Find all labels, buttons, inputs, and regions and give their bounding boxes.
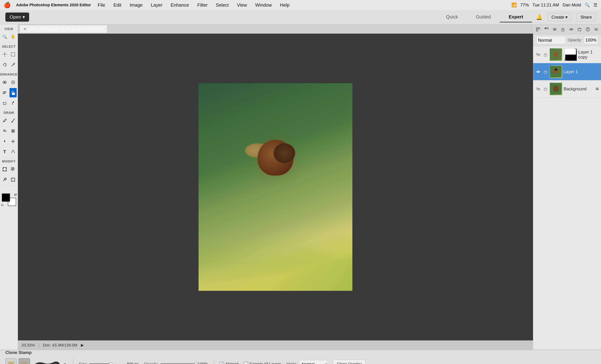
layer-item[interactable]: Layer 1 copy	[533, 46, 601, 63]
swap-colors-icon[interactable]: ⇄	[14, 193, 17, 197]
svg-rect-22	[3, 170, 4, 171]
panel-icon-2[interactable]	[543, 26, 549, 33]
size-value: 800 px	[127, 362, 139, 364]
layer-visibility-toggle[interactable]	[535, 86, 541, 92]
svg-rect-10	[12, 93, 15, 95]
panel-toolbar	[533, 24, 601, 34]
spot-healing-brush-tool[interactable]	[10, 78, 17, 87]
magic-wand-tool[interactable]	[10, 60, 17, 70]
layer-thumbnail[interactable]	[550, 48, 562, 61]
panel-trash-icon[interactable]	[577, 26, 582, 33]
menu-edit[interactable]: Edit	[112, 2, 123, 9]
panel-list-icon[interactable]	[593, 26, 599, 33]
canvas-image[interactable]	[199, 83, 352, 291]
notification-bell-icon[interactable]: 🔔	[536, 14, 542, 20]
pencil-draw-tool[interactable]	[1, 116, 8, 125]
zoom-tool[interactable]: 🔍	[1, 32, 8, 41]
menu-help[interactable]: Help	[279, 2, 291, 9]
panel-icon-1[interactable]	[535, 26, 541, 33]
reset-colors-icon[interactable]: ⊡	[1, 203, 3, 207]
status-arrow-icon[interactable]: ▶	[81, 343, 84, 348]
opacity-input[interactable]	[584, 36, 598, 44]
open-label: Open	[10, 14, 21, 20]
apple-menu[interactable]: 🍎	[4, 2, 11, 8]
sample-all-layers-group[interactable]: Sample All Layers	[244, 362, 281, 364]
hand-tool[interactable]: ✋	[10, 32, 17, 41]
clone-stamp-active-tool[interactable]	[10, 88, 17, 97]
marquee-tool[interactable]	[10, 50, 17, 59]
red-eye-tool[interactable]	[1, 175, 8, 184]
tab-quick[interactable]: Quick	[437, 12, 467, 22]
menu-filter[interactable]: Filter	[196, 2, 209, 9]
brush-preset-icon-1[interactable]	[5, 358, 17, 364]
document-tab[interactable]: ✕ _MG_4933.jpg @ 33.3% (Layer 1, RGB/8*)	[20, 25, 107, 33]
panel-help-icon[interactable]	[585, 26, 591, 33]
menu-icon[interactable]: ☰	[593, 2, 597, 8]
foreground-color-swatch[interactable]	[2, 193, 10, 202]
search-icon[interactable]: 🔍	[585, 2, 590, 8]
mode-select[interactable]: Normal	[299, 360, 328, 364]
create-chevron-icon: ▾	[565, 15, 568, 20]
svg-line-58	[536, 87, 540, 91]
menu-window[interactable]: Window	[254, 2, 273, 9]
layer-mask-thumbnail[interactable]	[564, 48, 577, 61]
open-button[interactable]: Open ▾	[5, 12, 29, 22]
svg-rect-35	[547, 28, 548, 29]
tab-expert[interactable]: Expert	[500, 12, 532, 22]
brush-stroke-preview[interactable]	[32, 360, 60, 364]
menu-enhance[interactable]: Enhance	[169, 2, 190, 9]
create-button[interactable]: Create ▾	[548, 13, 571, 21]
layer-thumbnail[interactable]	[550, 83, 562, 95]
dropper-tool[interactable]	[10, 98, 17, 108]
tab-guided[interactable]: Guided	[467, 12, 500, 22]
svg-rect-63	[8, 362, 14, 364]
aligned-checkbox-group[interactable]: ✓ Aligned	[220, 362, 239, 364]
panel-lock-icon[interactable]	[560, 26, 566, 33]
share-button[interactable]: Share	[577, 13, 596, 21]
main-toolbar: Open ▾ Quick Guided Expert 🔔 Create ▾ Sh…	[0, 10, 601, 24]
lasso-tool[interactable]	[1, 60, 8, 70]
custom-tool[interactable]	[10, 147, 17, 156]
menu-select[interactable]: Select	[214, 2, 230, 9]
layers-list: Layer 1 copy Layer 1	[533, 46, 601, 350]
eraser-tool[interactable]	[1, 98, 8, 108]
panel-icon-3[interactable]	[552, 26, 558, 33]
paint-brush-tool[interactable]	[10, 116, 17, 125]
brush-dropdown-arrow-icon[interactable]: ▾	[62, 361, 68, 364]
cross-tool[interactable]	[10, 137, 17, 146]
canvas-wrapper[interactable]	[18, 34, 533, 340]
recompose-tool[interactable]	[10, 175, 17, 184]
layer-lock-icon	[543, 69, 548, 74]
sample-all-layers-checkbox[interactable]	[244, 362, 248, 364]
layer-thumbnail[interactable]	[550, 65, 562, 78]
menu-layer[interactable]: Layer	[149, 2, 164, 9]
brush-preset-icon-2[interactable]	[19, 358, 30, 364]
move-tool[interactable]	[1, 50, 8, 59]
svg-rect-20	[3, 167, 4, 168]
brush-options-tool[interactable]	[1, 88, 8, 97]
crop-tool[interactable]	[10, 165, 17, 174]
clone-overlay-button[interactable]: Clone Overlay	[333, 360, 365, 364]
panel-visibility-icon[interactable]	[568, 26, 574, 33]
fill-bucket-tool[interactable]	[1, 126, 8, 136]
mode-option-group: Mode: Normal	[286, 360, 328, 364]
menu-view[interactable]: View	[236, 2, 249, 9]
aligned-checkbox[interactable]: ✓	[220, 362, 224, 364]
color-picker-tool[interactable]	[1, 137, 8, 146]
svg-line-14	[4, 121, 4, 122]
layer-name: Layer 1	[564, 69, 599, 74]
layer-item[interactable]: Background	[533, 80, 601, 98]
blend-mode-select[interactable]: Normal	[536, 36, 566, 44]
menu-image[interactable]: Image	[128, 2, 144, 9]
layer-visibility-toggle[interactable]	[535, 69, 541, 75]
menu-file[interactable]: File	[96, 2, 107, 9]
svg-point-37	[571, 29, 572, 30]
svg-rect-59	[544, 89, 547, 91]
visibility-tool[interactable]	[1, 78, 8, 87]
layer-visibility-toggle[interactable]	[535, 51, 541, 58]
layer-item[interactable]: Layer 1	[533, 63, 601, 80]
close-tab-icon[interactable]: ✕	[23, 27, 27, 31]
shape-tool[interactable]	[10, 126, 17, 136]
text-tool[interactable]: T	[1, 147, 8, 156]
transform-tool[interactable]	[1, 165, 8, 174]
